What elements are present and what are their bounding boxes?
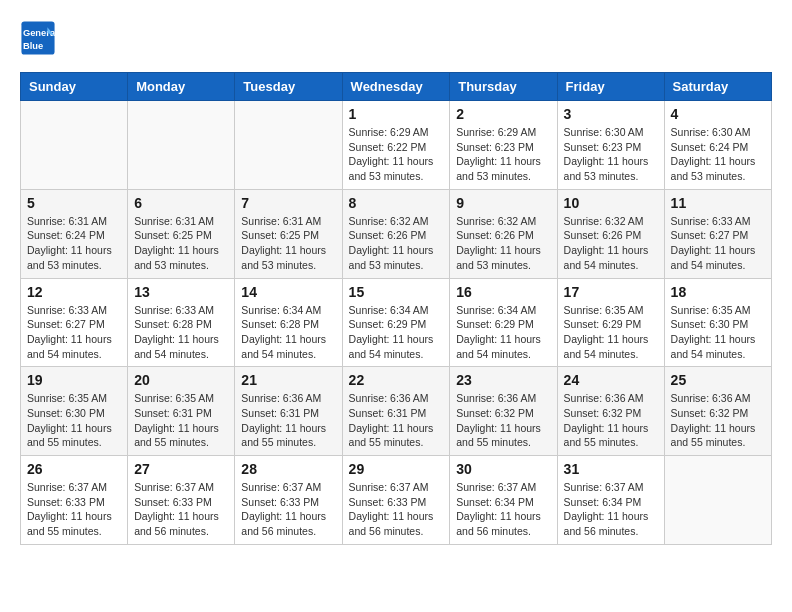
day-info: Sunrise: 6:31 AM Sunset: 6:25 PM Dayligh… xyxy=(241,214,335,273)
day-info: Sunrise: 6:37 AM Sunset: 6:33 PM Dayligh… xyxy=(241,480,335,539)
calendar-cell: 19Sunrise: 6:35 AM Sunset: 6:30 PM Dayli… xyxy=(21,367,128,456)
weekday-header-friday: Friday xyxy=(557,73,664,101)
calendar-cell: 14Sunrise: 6:34 AM Sunset: 6:28 PM Dayli… xyxy=(235,278,342,367)
day-info: Sunrise: 6:34 AM Sunset: 6:29 PM Dayligh… xyxy=(456,303,550,362)
day-info: Sunrise: 6:35 AM Sunset: 6:29 PM Dayligh… xyxy=(564,303,658,362)
calendar-cell xyxy=(235,101,342,190)
day-info: Sunrise: 6:36 AM Sunset: 6:32 PM Dayligh… xyxy=(671,391,765,450)
day-number: 8 xyxy=(349,195,444,211)
day-number: 13 xyxy=(134,284,228,300)
day-number: 24 xyxy=(564,372,658,388)
day-info: Sunrise: 6:36 AM Sunset: 6:31 PM Dayligh… xyxy=(241,391,335,450)
day-number: 10 xyxy=(564,195,658,211)
calendar-cell xyxy=(128,101,235,190)
day-info: Sunrise: 6:35 AM Sunset: 6:30 PM Dayligh… xyxy=(27,391,121,450)
day-number: 20 xyxy=(134,372,228,388)
calendar-cell: 9Sunrise: 6:32 AM Sunset: 6:26 PM Daylig… xyxy=(450,189,557,278)
day-number: 23 xyxy=(456,372,550,388)
day-info: Sunrise: 6:37 AM Sunset: 6:33 PM Dayligh… xyxy=(134,480,228,539)
day-info: Sunrise: 6:31 AM Sunset: 6:25 PM Dayligh… xyxy=(134,214,228,273)
day-info: Sunrise: 6:29 AM Sunset: 6:22 PM Dayligh… xyxy=(349,125,444,184)
weekday-header-saturday: Saturday xyxy=(664,73,771,101)
calendar-cell: 24Sunrise: 6:36 AM Sunset: 6:32 PM Dayli… xyxy=(557,367,664,456)
logo-icon: GeneralBlue xyxy=(20,20,56,56)
page-header: GeneralBlue xyxy=(20,20,772,56)
calendar-cell: 17Sunrise: 6:35 AM Sunset: 6:29 PM Dayli… xyxy=(557,278,664,367)
calendar-table: SundayMondayTuesdayWednesdayThursdayFrid… xyxy=(20,72,772,545)
calendar-cell: 23Sunrise: 6:36 AM Sunset: 6:32 PM Dayli… xyxy=(450,367,557,456)
day-info: Sunrise: 6:37 AM Sunset: 6:33 PM Dayligh… xyxy=(27,480,121,539)
day-number: 27 xyxy=(134,461,228,477)
day-number: 14 xyxy=(241,284,335,300)
weekday-header-monday: Monday xyxy=(128,73,235,101)
day-number: 4 xyxy=(671,106,765,122)
day-number: 3 xyxy=(564,106,658,122)
calendar-cell: 7Sunrise: 6:31 AM Sunset: 6:25 PM Daylig… xyxy=(235,189,342,278)
day-number: 22 xyxy=(349,372,444,388)
day-number: 6 xyxy=(134,195,228,211)
day-info: Sunrise: 6:35 AM Sunset: 6:31 PM Dayligh… xyxy=(134,391,228,450)
day-info: Sunrise: 6:37 AM Sunset: 6:34 PM Dayligh… xyxy=(456,480,550,539)
calendar-cell: 21Sunrise: 6:36 AM Sunset: 6:31 PM Dayli… xyxy=(235,367,342,456)
calendar-cell xyxy=(21,101,128,190)
calendar-week-2: 5Sunrise: 6:31 AM Sunset: 6:24 PM Daylig… xyxy=(21,189,772,278)
day-number: 18 xyxy=(671,284,765,300)
day-info: Sunrise: 6:33 AM Sunset: 6:28 PM Dayligh… xyxy=(134,303,228,362)
day-number: 15 xyxy=(349,284,444,300)
calendar-week-4: 19Sunrise: 6:35 AM Sunset: 6:30 PM Dayli… xyxy=(21,367,772,456)
calendar-week-1: 1Sunrise: 6:29 AM Sunset: 6:22 PM Daylig… xyxy=(21,101,772,190)
weekday-header-sunday: Sunday xyxy=(21,73,128,101)
day-info: Sunrise: 6:32 AM Sunset: 6:26 PM Dayligh… xyxy=(349,214,444,273)
day-info: Sunrise: 6:30 AM Sunset: 6:24 PM Dayligh… xyxy=(671,125,765,184)
day-number: 30 xyxy=(456,461,550,477)
calendar-cell: 6Sunrise: 6:31 AM Sunset: 6:25 PM Daylig… xyxy=(128,189,235,278)
day-info: Sunrise: 6:29 AM Sunset: 6:23 PM Dayligh… xyxy=(456,125,550,184)
weekday-header-thursday: Thursday xyxy=(450,73,557,101)
day-info: Sunrise: 6:32 AM Sunset: 6:26 PM Dayligh… xyxy=(564,214,658,273)
day-info: Sunrise: 6:37 AM Sunset: 6:33 PM Dayligh… xyxy=(349,480,444,539)
day-number: 12 xyxy=(27,284,121,300)
calendar-cell: 29Sunrise: 6:37 AM Sunset: 6:33 PM Dayli… xyxy=(342,456,450,545)
day-info: Sunrise: 6:37 AM Sunset: 6:34 PM Dayligh… xyxy=(564,480,658,539)
logo: GeneralBlue xyxy=(20,20,56,56)
calendar-cell: 8Sunrise: 6:32 AM Sunset: 6:26 PM Daylig… xyxy=(342,189,450,278)
calendar-cell: 16Sunrise: 6:34 AM Sunset: 6:29 PM Dayli… xyxy=(450,278,557,367)
day-number: 31 xyxy=(564,461,658,477)
day-info: Sunrise: 6:34 AM Sunset: 6:29 PM Dayligh… xyxy=(349,303,444,362)
day-number: 1 xyxy=(349,106,444,122)
day-number: 9 xyxy=(456,195,550,211)
svg-text:Blue: Blue xyxy=(23,41,43,51)
day-info: Sunrise: 6:36 AM Sunset: 6:32 PM Dayligh… xyxy=(456,391,550,450)
day-number: 16 xyxy=(456,284,550,300)
day-number: 19 xyxy=(27,372,121,388)
calendar-cell: 22Sunrise: 6:36 AM Sunset: 6:31 PM Dayli… xyxy=(342,367,450,456)
day-number: 21 xyxy=(241,372,335,388)
day-number: 29 xyxy=(349,461,444,477)
calendar-cell: 26Sunrise: 6:37 AM Sunset: 6:33 PM Dayli… xyxy=(21,456,128,545)
calendar-cell: 2Sunrise: 6:29 AM Sunset: 6:23 PM Daylig… xyxy=(450,101,557,190)
calendar-cell: 20Sunrise: 6:35 AM Sunset: 6:31 PM Dayli… xyxy=(128,367,235,456)
calendar-cell: 1Sunrise: 6:29 AM Sunset: 6:22 PM Daylig… xyxy=(342,101,450,190)
calendar-cell xyxy=(664,456,771,545)
calendar-cell: 15Sunrise: 6:34 AM Sunset: 6:29 PM Dayli… xyxy=(342,278,450,367)
day-number: 17 xyxy=(564,284,658,300)
calendar-cell: 31Sunrise: 6:37 AM Sunset: 6:34 PM Dayli… xyxy=(557,456,664,545)
day-number: 7 xyxy=(241,195,335,211)
calendar-cell: 5Sunrise: 6:31 AM Sunset: 6:24 PM Daylig… xyxy=(21,189,128,278)
day-number: 5 xyxy=(27,195,121,211)
day-info: Sunrise: 6:30 AM Sunset: 6:23 PM Dayligh… xyxy=(564,125,658,184)
calendar-cell: 4Sunrise: 6:30 AM Sunset: 6:24 PM Daylig… xyxy=(664,101,771,190)
day-number: 26 xyxy=(27,461,121,477)
weekday-header-wednesday: Wednesday xyxy=(342,73,450,101)
weekday-header-row: SundayMondayTuesdayWednesdayThursdayFrid… xyxy=(21,73,772,101)
day-info: Sunrise: 6:34 AM Sunset: 6:28 PM Dayligh… xyxy=(241,303,335,362)
day-info: Sunrise: 6:36 AM Sunset: 6:31 PM Dayligh… xyxy=(349,391,444,450)
day-info: Sunrise: 6:33 AM Sunset: 6:27 PM Dayligh… xyxy=(27,303,121,362)
calendar-cell: 3Sunrise: 6:30 AM Sunset: 6:23 PM Daylig… xyxy=(557,101,664,190)
day-number: 11 xyxy=(671,195,765,211)
calendar-cell: 30Sunrise: 6:37 AM Sunset: 6:34 PM Dayli… xyxy=(450,456,557,545)
day-info: Sunrise: 6:31 AM Sunset: 6:24 PM Dayligh… xyxy=(27,214,121,273)
calendar-cell: 18Sunrise: 6:35 AM Sunset: 6:30 PM Dayli… xyxy=(664,278,771,367)
day-number: 28 xyxy=(241,461,335,477)
day-info: Sunrise: 6:35 AM Sunset: 6:30 PM Dayligh… xyxy=(671,303,765,362)
